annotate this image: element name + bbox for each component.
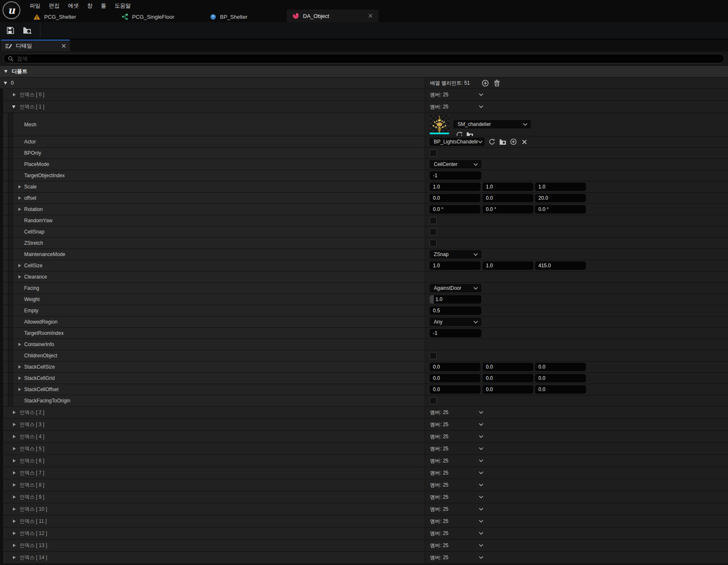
menu-item-[interactable]: 에셋 [64, 0, 83, 11]
expander-right-icon[interactable] [18, 264, 21, 267]
index-row-10[interactable]: 인덱스 [ 10 ]멤버: 25 [0, 503, 728, 515]
details-panel-tab[interactable]: 디테일 [1, 40, 70, 51]
scale-y-field[interactable]: 1.0 [483, 183, 533, 191]
members-dropdown[interactable]: 멤버: 25 [430, 518, 483, 525]
menu-item-[interactable]: 툴 [97, 0, 110, 11]
bponly-checkbox[interactable] [430, 150, 437, 157]
members-dropdown[interactable]: 멤버: 25 [430, 91, 483, 98]
expander-right-icon[interactable] [13, 544, 16, 547]
slider-grip[interactable] [430, 295, 434, 304]
close-icon[interactable] [62, 44, 66, 48]
childrenobject-checkbox[interactable] [430, 352, 437, 359]
menu-item-[interactable]: 창 [83, 0, 97, 11]
randomyaw-checkbox[interactable] [430, 217, 437, 224]
index-row-0[interactable]: 인덱스 [ 0 ]멤버: 25 [0, 89, 728, 101]
offset-z-field[interactable]: 20.0 [535, 194, 586, 202]
scale-x-field[interactable]: 1.0 [430, 183, 480, 191]
cellsnap-checkbox[interactable] [430, 229, 437, 236]
members-dropdown[interactable]: 멤버: 25 [430, 409, 483, 416]
rotation-z-field[interactable]: 0.0 ° [535, 205, 586, 213]
targetroomindex-field[interactable]: -1 [430, 329, 481, 337]
expander-right-icon[interactable] [13, 459, 16, 462]
members-dropdown[interactable]: 멤버: 25 [430, 470, 483, 477]
scale-z-field[interactable]: 1.0 [535, 183, 586, 191]
index-row-8[interactable]: 인덱스 [ 8 ]멤버: 25 [0, 479, 728, 491]
menu-item-[interactable]: 파일 [25, 0, 45, 11]
cellsize-y-field[interactable]: 1.0 [483, 261, 533, 270]
browse-to-asset-button[interactable] [465, 131, 474, 136]
members-dropdown[interactable]: 멤버: 25 [430, 554, 483, 561]
members-dropdown[interactable]: 멤버: 25 [430, 494, 483, 501]
stackfacingtoorigin-checkbox[interactable] [430, 397, 437, 404]
rotation-x-field[interactable]: 0.0 ° [430, 205, 480, 213]
asset-tab-pcg-shelter[interactable]: PCG_Shelter [28, 11, 116, 22]
expander-right-icon[interactable] [13, 556, 16, 559]
expander-down-icon[interactable] [4, 82, 7, 85]
targetobjectindex-field[interactable]: -1 [430, 171, 481, 180]
expander-right-icon[interactable] [13, 471, 16, 475]
cellsize-z-field[interactable]: 415.0 [535, 261, 586, 270]
stackcelloffset-x-field[interactable]: 0.0 [430, 385, 480, 394]
expander-right-icon[interactable] [13, 483, 16, 487]
expander-right-icon[interactable] [18, 208, 21, 211]
index-row-5[interactable]: 인덱스 [ 5 ]멤버: 25 [0, 443, 728, 455]
weight-field[interactable]: 1.0 [430, 295, 481, 304]
stackcellgrid-z-field[interactable]: 0.0 [535, 374, 586, 382]
members-dropdown[interactable]: 멤버: 25 [430, 433, 483, 440]
expander-right-icon[interactable] [13, 532, 16, 535]
cellsize-x-field[interactable]: 1.0 [430, 261, 480, 270]
use-selected-asset-button[interactable] [488, 138, 496, 146]
expander-right-icon[interactable] [18, 185, 21, 188]
use-selected-asset-button[interactable] [455, 131, 463, 136]
pick-actor-button[interactable] [509, 138, 518, 146]
rotation-y-field[interactable]: 0.0 ° [483, 205, 533, 213]
index-row-4[interactable]: 인덱스 [ 4 ]멤버: 25 [0, 431, 728, 443]
members-dropdown[interactable]: 멤버: 25 [430, 457, 483, 465]
index-row-6[interactable]: 인덱스 [ 6 ]멤버: 25 [0, 455, 728, 467]
expander-down-icon[interactable] [12, 105, 15, 108]
expander-right-icon[interactable] [18, 196, 21, 200]
mesh-asset-dropdown[interactable]: SM_chandelier [453, 120, 531, 128]
asset-tab-bp-shelter[interactable]: BP_Shelter [204, 11, 287, 22]
close-tab-icon[interactable] [368, 14, 373, 18]
index-row-11[interactable]: 인덱스 [ 11 ]멤버: 25 [0, 515, 728, 527]
expander-right-icon[interactable] [18, 275, 21, 279]
clear-asset-button[interactable] [520, 138, 528, 146]
mesh-thumbnail[interactable] [430, 115, 449, 134]
index-row-12[interactable]: 인덱스 [ 12 ]멤버: 25 [0, 527, 728, 540]
maintenancemode-dropdown[interactable]: ZSnap [430, 250, 481, 259]
members-dropdown[interactable]: 멤버: 25 [430, 482, 483, 489]
expander-right-icon[interactable] [13, 507, 16, 511]
index-row-9[interactable]: 인덱스 [ 9 ]멤버: 25 [0, 491, 728, 503]
search-text-field[interactable] [17, 56, 720, 62]
index-row-14[interactable]: 인덱스 [ 14 ]멤버: 25 [0, 552, 728, 564]
browse-to-asset-button[interactable] [21, 24, 34, 37]
stackcellsize-y-field[interactable]: 0.0 [483, 363, 533, 371]
index-row-1[interactable]: 인덱스 [ 1 ]멤버: 25 [0, 101, 728, 113]
menu-item-[interactable]: 편집 [45, 0, 64, 11]
asset-tab-pcg-singlefloor[interactable]: PCG_SingleFloor [116, 11, 204, 22]
expander-right-icon[interactable] [13, 447, 16, 450]
empty-field[interactable]: 0.5 [430, 306, 481, 315]
facing-dropdown[interactable]: AgainstDoor [430, 284, 481, 292]
stackcellsize-z-field[interactable]: 0.0 [535, 363, 586, 371]
search-input[interactable] [3, 54, 725, 63]
save-button[interactable] [4, 24, 17, 37]
members-dropdown[interactable]: 멤버: 25 [430, 421, 483, 428]
browse-to-asset-button[interactable] [498, 138, 507, 146]
add-element-button[interactable] [481, 79, 489, 87]
members-dropdown[interactable]: 멤버: 25 [430, 542, 483, 549]
stackcelloffset-y-field[interactable]: 0.0 [483, 385, 533, 394]
index-row-2[interactable]: 인덱스 [ 2 ]멤버: 25 [0, 407, 728, 419]
members-dropdown[interactable]: 멤버: 25 [430, 103, 483, 110]
expander-right-icon[interactable] [13, 435, 16, 438]
placemode-dropdown[interactable]: CeilCenter [430, 160, 481, 168]
array-row[interactable]: 0 배열 엘리먼트: 51 [0, 78, 728, 89]
stackcellgrid-y-field[interactable]: 0.0 [483, 374, 533, 382]
index-row-3[interactable]: 인덱스 [ 3 ]멤버: 25 [0, 419, 728, 431]
stackcellsize-x-field[interactable]: 0.0 [430, 363, 480, 371]
asset-tab-da-object[interactable]: DA_Object [287, 10, 378, 22]
expander-right-icon[interactable] [13, 411, 16, 414]
members-dropdown[interactable]: 멤버: 25 [430, 530, 483, 537]
menu-item-[interactable]: 도움말 [110, 0, 135, 11]
